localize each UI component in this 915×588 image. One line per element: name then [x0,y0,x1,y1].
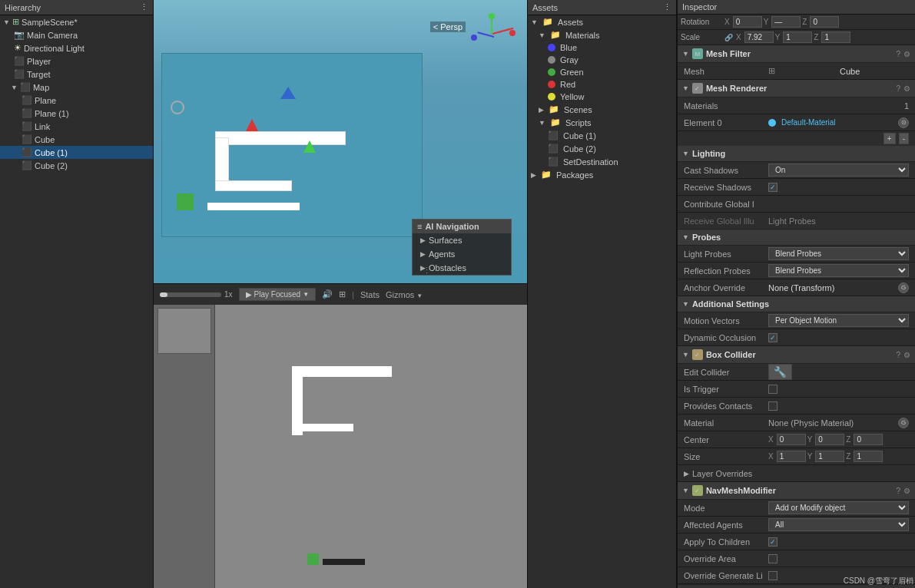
navmesh-modifier-header[interactable]: ▼ ✓ NavMeshModifier ? ⚙ [678,482,915,500]
lighting-arrow: ▼ [682,150,689,157]
remove-material-btn[interactable]: - [899,133,909,144]
hierarchy-item-link[interactable]: ⬛ Link [0,120,153,133]
assets-item-assets[interactable]: ▼ 📁 Assets [528,15,676,28]
cx-label: X [768,435,774,444]
override-area-check[interactable] [768,554,777,563]
ai-nav-surfaces[interactable]: ▶ Surfaces [413,233,511,247]
receive-shadows-check[interactable]: ✓ [768,183,777,192]
assets-item-red[interactable]: Red [528,78,676,91]
settings-icon[interactable]: ⊞ [339,289,346,299]
audio-icon[interactable]: 🔊 [322,289,333,299]
rot-y-input[interactable] [771,16,801,28]
ai-nav-agents[interactable]: ▶ Agents [413,247,511,261]
sx-input[interactable] [777,451,806,462]
scenes-folder-icon: 📁 [549,104,559,114]
hierarchy-menu-icon[interactable]: ⋮ [140,2,148,12]
scale-z-input[interactable] [821,31,850,43]
provides-contacts-label: Provides Contacts [684,401,768,411]
assets-item-yellow[interactable]: Yellow [528,91,676,103]
hierarchy-item-plane1[interactable]: ⬛ Plane (1) [0,107,153,120]
dynamic-occlusion-check[interactable]: ✓ [768,333,777,342]
assets-item-cube1-script[interactable]: ⬛ Cube (1) [528,129,676,142]
element0-select-btn[interactable]: ⊙ [898,117,909,128]
assets-item-packages[interactable]: ▶ 📁 Packages [528,168,676,181]
bottom-area [154,305,527,588]
navmesh-settings[interactable]: ⚙ [903,487,910,495]
hierarchy-item-cube2[interactable]: ⬛ Cube (2) [0,159,153,172]
assets-item-setdest[interactable]: ⬛ SetDestination [528,155,676,168]
provides-contacts-check[interactable] [768,401,777,411]
override-generate-check[interactable] [768,571,777,580]
viewport-menu-btn[interactable]: ⋮ [423,266,431,276]
reflection-probes-select[interactable]: Blend Probes [768,264,909,277]
navmesh-help[interactable]: ? [896,487,900,495]
scale-x-input[interactable] [744,31,774,43]
cast-shadows-select[interactable]: On [768,164,909,177]
rot-x-input[interactable] [733,16,762,28]
plane-icon: ⬛ [22,95,32,105]
hierarchy-item-plane[interactable]: ⬛ Plane [0,94,153,107]
mesh-filter-help[interactable]: ? [896,50,900,58]
assets-item-blue[interactable]: Blue [528,41,676,54]
scale-y-input[interactable] [783,31,812,43]
hierarchy-item-target[interactable]: ⬛ Target [0,68,153,81]
hierarchy-item-cube[interactable]: ⬛ Cube [0,133,153,146]
additional-settings-header[interactable]: ▼ Additional Settings [678,296,915,312]
mesh-renderer-help[interactable]: ? [896,84,900,93]
mesh-renderer-label: Mesh Renderer [706,84,893,93]
assets-item-scripts[interactable]: ▼ 📁 Scripts [528,116,676,129]
mesh-filter-header[interactable]: ▼ M Mesh Filter ? ⚙ [678,45,915,63]
persp-label: < Persp [430,21,466,32]
wall-h2 [215,180,292,191]
mesh-filter-settings[interactable]: ⚙ [903,50,910,58]
add-material-btn[interactable]: + [884,133,896,144]
motion-vectors-select[interactable]: Per Object Motion [768,314,909,327]
mode-select[interactable]: Add or Modify object [768,501,909,514]
is-trigger-check[interactable] [768,385,777,394]
play-focused-btn[interactable]: ▶ Play Focused ▼ [239,288,317,301]
light-icon: ☀ [14,43,22,53]
light-probes-select[interactable]: Blend Probes [768,247,909,260]
apply-to-children-check[interactable]: ✓ [768,537,777,547]
hierarchy-item-map[interactable]: ▼ ⬛ Map [0,81,153,94]
hierarchy-item-dirlight[interactable]: ☀ Directional Light [0,41,153,55]
rot-z-input[interactable] [810,16,839,28]
preview-viewport[interactable] [215,305,527,588]
box-collider-settings[interactable]: ⚙ [903,351,910,359]
add-remove-row: + - [678,131,915,146]
affected-agents-select[interactable]: All [768,518,909,531]
sz-input[interactable] [854,451,883,462]
probes-header[interactable]: ▼ Probes [678,230,915,246]
anchor-select-btn[interactable]: G [898,282,909,293]
sy-input[interactable] [815,451,844,462]
assets-menu-icon[interactable]: ⋮ [663,2,671,12]
main-viewport[interactable]: < Persp ≡ AI Navigation ▶ Surfaces ▶ Age… [154,0,527,283]
mat-yellow-icon [548,93,555,101]
edit-collider-btn[interactable]: 🔧 [768,364,792,380]
cx-input[interactable] [777,434,806,445]
cube-icon1: ⬛ [22,134,32,144]
assets-item-gray[interactable]: Gray [528,54,676,66]
hierarchy-item-player[interactable]: ⬛ Player [0,55,153,68]
cy-input[interactable] [815,434,844,445]
cz-input[interactable] [854,434,883,445]
thumbnail-item [157,308,211,354]
material-select-btn[interactable]: G [898,418,909,428]
gizmos-btn[interactable]: Gizmos ▼ [386,290,423,299]
mesh-renderer-settings[interactable]: ⚙ [903,84,910,93]
layer-overrides-row[interactable]: ▶ Layer Overrides [678,465,915,482]
assets-item-materials[interactable]: ▼ 📁 Materials [528,28,676,41]
lighting-header[interactable]: ▼ Lighting [678,146,915,162]
assets-item-cube2-script[interactable]: ⬛ Cube (2) [528,142,676,155]
scene-root[interactable]: ▼ ⊞ SampleScene* [0,15,153,28]
hierarchy-item-cube1[interactable]: ⬛ Cube (1) [0,146,153,159]
box-collider-help[interactable]: ? [896,351,900,359]
mesh-renderer-header[interactable]: ▼ ✓ Mesh Renderer ? ⚙ [678,80,915,97]
inspector-title: Inspector [682,2,717,12]
receive-gi-row: Receive Global Illu Light Probes [678,213,915,230]
assets-item-scenes[interactable]: ▶ 📁 Scenes [528,103,676,116]
stats-btn[interactable]: Stats [360,290,380,299]
assets-item-green[interactable]: Green [528,66,676,78]
box-collider-header[interactable]: ▼ ✓ Box Collider ? ⚙ [678,346,915,364]
hierarchy-item-maincamera[interactable]: 📷 Main Camera [0,28,153,41]
